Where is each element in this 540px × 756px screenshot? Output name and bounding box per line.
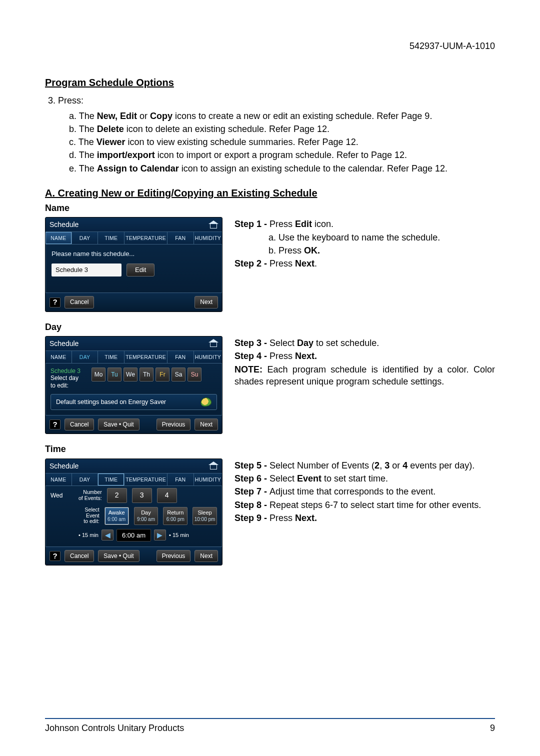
tab-temperature[interactable]: TEMPERATURE (124, 232, 168, 244)
event-sleep[interactable]: Sleep10:00 pm (192, 507, 217, 525)
subhead-day: Day (45, 321, 495, 333)
day-sa[interactable]: Sa (172, 368, 186, 382)
sub-d: d. The import/export icon to import or e… (69, 149, 495, 161)
tab-fan[interactable]: FAN (168, 474, 194, 486)
cancel-button[interactable]: Cancel (64, 296, 94, 308)
document-id: 542937-UUM-A-1010 (45, 40, 495, 52)
day-tu[interactable]: Tu (108, 368, 122, 382)
leaf-icon (200, 396, 212, 408)
num-events-label: Numberof Events: (78, 490, 102, 501)
day-mo[interactable]: Mo (92, 368, 106, 382)
sub-list: a. The New, Edit or Copy icons to create… (69, 110, 495, 174)
time-value: 6:00 am (116, 529, 151, 542)
cancel-button[interactable]: Cancel (64, 550, 94, 562)
select-event-label: Select Eventto edit: (74, 507, 99, 524)
home-icon[interactable] (209, 462, 218, 470)
tab-name[interactable]: NAME (46, 474, 72, 486)
tab-day[interactable]: DAY (72, 351, 98, 363)
edit-button[interactable]: Edit (126, 264, 154, 276)
panel-title: Schedule (50, 339, 78, 348)
event-awake[interactable]: Awake6:00 am (104, 507, 129, 525)
previous-button[interactable]: Previous (156, 418, 191, 430)
event-day[interactable]: Day9:00 am (134, 507, 158, 525)
time-steps: Step 5 - Select Number of Events (2, 3 o… (234, 458, 495, 525)
subhead-name: Name (45, 202, 495, 214)
page-footer: Johnson Controls Unitary Products 9 (45, 718, 495, 734)
page-number: 9 (490, 722, 495, 734)
previous-button[interactable]: Previous (156, 550, 191, 562)
schedule-name-input[interactable]: Schedule 3 (52, 264, 122, 276)
panel-title: Schedule (50, 462, 78, 471)
home-icon[interactable] (209, 340, 218, 347)
time-decrement[interactable]: ◀ (102, 530, 114, 540)
tab-time[interactable]: TIME (98, 232, 124, 244)
help-button[interactable]: ? (50, 420, 60, 430)
list-item-3: 3. Press: (48, 94, 495, 106)
num-events-2[interactable]: 2 (107, 488, 127, 503)
num-events-4[interactable]: 4 (157, 488, 177, 503)
help-button[interactable]: ? (50, 298, 60, 308)
tab-name[interactable]: NAME (46, 351, 72, 363)
name-steps: Step 1 - Press Edit icon. a. Use the key… (234, 217, 495, 270)
sub-a: a. The New, Edit or Copy icons to create… (69, 110, 495, 122)
plus-15-label: • 15 min (169, 532, 189, 539)
tab-time[interactable]: TIME (98, 474, 124, 486)
day-select-label: Schedule 3 Select day to edit: (50, 368, 88, 389)
heading-a: A. Creating New or Editing/Copying an Ex… (45, 186, 495, 200)
time-day-label: Wed (50, 492, 74, 500)
cancel-button[interactable]: Cancel (64, 418, 94, 430)
num-events-3[interactable]: 3 (132, 488, 152, 503)
home-icon[interactable] (209, 222, 218, 228)
tab-day[interactable]: DAY (72, 474, 98, 486)
footer-company: Johnson Controls Unitary Products (45, 722, 184, 734)
minus-15-label: • 15 min (78, 532, 98, 539)
day-steps: Step 3 - Select Day to set schedule. Ste… (234, 336, 495, 388)
tab-humidity[interactable]: HUMIDITY (194, 232, 222, 244)
panel-title: Schedule (50, 220, 78, 230)
tab-humidity[interactable]: HUMIDITY (194, 474, 222, 486)
next-button[interactable]: Next (194, 296, 218, 308)
day-su[interactable]: Su (188, 368, 202, 382)
sub-e: e. The Assign to Calendar icon to assign… (69, 162, 495, 174)
tab-fan[interactable]: FAN (168, 232, 194, 244)
day-panel: Schedule NAME DAY TIME TEMPERATURE FAN H… (45, 336, 222, 434)
name-prompt: Please name this schedule... (52, 250, 216, 258)
subhead-time: Time (45, 443, 495, 455)
day-th[interactable]: Th (140, 368, 154, 382)
next-button[interactable]: Next (194, 418, 218, 430)
next-button[interactable]: Next (194, 550, 218, 562)
help-button[interactable]: ? (50, 551, 60, 561)
sub-c: c. The Viewer icon to view existing sche… (69, 136, 495, 148)
tab-fan[interactable]: FAN (168, 351, 194, 363)
tab-humidity[interactable]: HUMIDITY (194, 351, 222, 363)
tab-temperature[interactable]: TEMPERATURE (124, 351, 168, 363)
day-we[interactable]: We (124, 368, 138, 382)
save-quit-button[interactable]: Save • Quit (98, 418, 139, 430)
heading-program-schedule: Program Schedule Options (45, 76, 495, 90)
tab-temperature[interactable]: TEMPERATURE (124, 474, 168, 486)
time-increment[interactable]: ▶ (154, 530, 166, 540)
day-fr[interactable]: Fr (156, 368, 170, 382)
event-return[interactable]: Return6:00 pm (163, 507, 188, 525)
energy-saver-note: Default settings based on Energy Saver (50, 394, 217, 410)
name-panel: Schedule NAME DAY TIME TEMPERATURE FAN H… (45, 217, 222, 312)
save-quit-button[interactable]: Save • Quit (98, 550, 139, 562)
sub-b: b. The Delete icon to delete an existing… (69, 123, 495, 135)
tab-name[interactable]: NAME (46, 232, 72, 244)
tab-time[interactable]: TIME (98, 351, 124, 363)
tab-day[interactable]: DAY (72, 232, 98, 244)
time-panel: Schedule NAME DAY TIME TEMPERATURE FAN H… (45, 458, 222, 566)
